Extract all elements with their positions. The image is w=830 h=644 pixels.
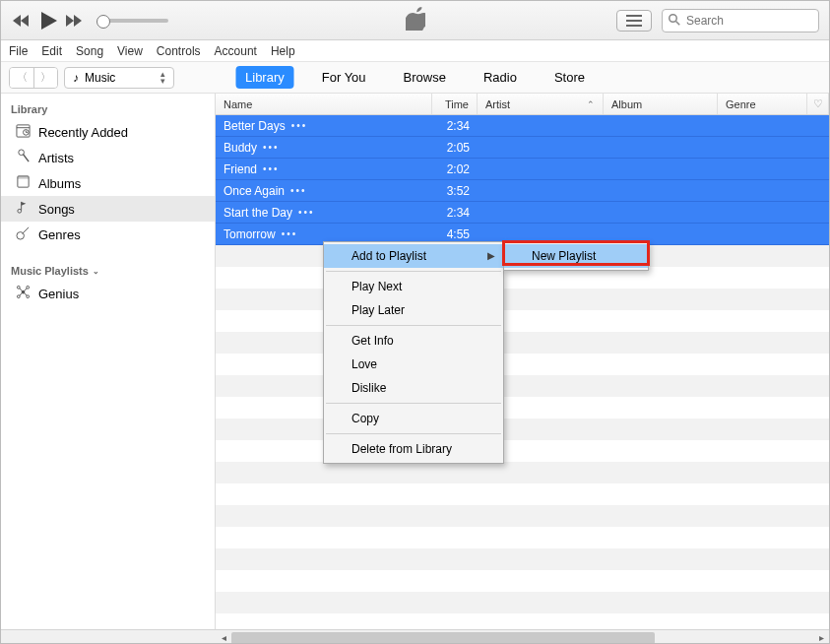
sidebar-item-songs[interactable]: Songs	[1, 196, 215, 222]
ctx-delete[interactable]: Delete from Library	[324, 437, 503, 461]
empty-row	[216, 440, 829, 462]
empty-row	[216, 483, 829, 505]
ctx-dislike[interactable]: Dislike	[324, 376, 503, 400]
menu-controls[interactable]: Controls	[157, 44, 201, 58]
tab-store[interactable]: Store	[544, 66, 595, 89]
back-button[interactable]: 〈	[10, 68, 33, 88]
more-icon[interactable]: •••	[290, 185, 307, 196]
more-icon[interactable]: •••	[263, 142, 280, 153]
horizontal-scrollbar[interactable]: ◂ ▸	[216, 630, 829, 645]
updown-icon: ▴▾	[160, 71, 165, 85]
sidebar-item-genres[interactable]: Genres	[1, 222, 215, 247]
scroll-thumb[interactable]	[231, 632, 655, 644]
sidebar-item-label: Songs	[38, 202, 75, 217]
empty-row	[216, 375, 829, 397]
sidebar-item-label: Albums	[38, 176, 81, 191]
play-button[interactable]	[36, 9, 60, 32]
heart-icon: ♡	[813, 97, 823, 110]
album-icon	[15, 174, 31, 192]
volume-slider[interactable]	[99, 19, 168, 23]
table-row[interactable]: Friend •••2:02	[216, 159, 829, 180]
empty-row	[216, 419, 829, 440]
sidebar-item-label: Genres	[38, 227, 81, 242]
sidebar-item-genius[interactable]: Genius	[1, 281, 215, 306]
sidebar-item-albums[interactable]: Albums	[1, 170, 215, 196]
tab-for-you[interactable]: For You	[312, 66, 376, 89]
ctx-separator	[326, 325, 501, 326]
tab-radio[interactable]: Radio	[474, 66, 527, 89]
more-icon[interactable]: •••	[263, 163, 280, 174]
tab-browse[interactable]: Browse	[394, 66, 456, 89]
search-icon	[669, 12, 680, 30]
guitar-icon	[15, 225, 31, 243]
table-row[interactable]: Buddy •••2:05	[216, 137, 829, 159]
sidebar-item-recently-added[interactable]: Recently Added	[1, 119, 215, 145]
search-input[interactable]	[686, 14, 812, 28]
sidebar-item-artists[interactable]: Artists	[1, 145, 215, 170]
ctx-copy[interactable]: Copy	[324, 407, 503, 430]
table-row[interactable]: Start the Day •••2:34	[216, 202, 829, 224]
nav-bar: 〈 〉 ♪ Music ▴▾ Library For You Browse Ra…	[1, 62, 829, 94]
ctx-play-later[interactable]: Play Later	[324, 298, 503, 322]
menu-file[interactable]: File	[9, 44, 28, 58]
empty-row	[216, 397, 829, 419]
menu-song[interactable]: Song	[76, 44, 103, 58]
menu-help[interactable]: Help	[271, 44, 295, 58]
column-album[interactable]: Album	[604, 94, 718, 114]
empty-row	[216, 548, 829, 570]
table-row[interactable]: Once Again •••3:52	[216, 180, 829, 202]
empty-row	[216, 462, 829, 483]
clock-icon	[15, 123, 31, 141]
ctx-add-to-playlist[interactable]: Add to Playlist ▶	[324, 244, 503, 268]
column-name[interactable]: Name	[216, 94, 432, 114]
music-note-icon: ♪	[73, 71, 79, 85]
forward-button[interactable]: 〉	[33, 68, 57, 88]
song-name: Friend	[223, 162, 257, 176]
menu-bar: File Edit Song View Controls Account Hel…	[1, 40, 829, 62]
column-artist[interactable]: Artist ⌃	[478, 94, 604, 114]
menu-account[interactable]: Account	[215, 44, 257, 58]
column-love[interactable]: ♡	[807, 94, 829, 114]
submenu-arrow-icon: ▶	[487, 250, 495, 261]
scroll-right-arrow[interactable]: ▸	[813, 632, 829, 643]
song-time: 3:52	[432, 184, 478, 198]
apple-logo-icon	[406, 7, 425, 34]
svg-line-20	[24, 289, 27, 291]
submenu-new-playlist[interactable]: New Playlist	[504, 244, 648, 268]
empty-row	[216, 505, 829, 527]
empty-row	[216, 570, 829, 592]
column-genre[interactable]: Genre	[718, 94, 807, 114]
ctx-get-info[interactable]: Get Info	[324, 329, 503, 353]
ctx-separator	[326, 403, 501, 404]
menu-view[interactable]: View	[117, 44, 143, 58]
song-time: 2:05	[432, 141, 478, 155]
context-menu: Add to Playlist ▶ Play Next Play Later G…	[323, 241, 504, 464]
song-list: Name Time Artist ⌃ Album Genre ♡ Better …	[216, 94, 829, 629]
scroll-left-arrow[interactable]: ◂	[216, 632, 231, 643]
sidebar-item-label: Artists	[38, 151, 74, 165]
search-field[interactable]	[662, 9, 819, 32]
previous-track-button[interactable]	[11, 13, 32, 29]
genius-icon	[15, 285, 31, 302]
tab-library[interactable]: Library	[235, 66, 294, 89]
song-time: 2:34	[432, 206, 478, 220]
sort-asc-icon: ⌃	[587, 99, 595, 109]
ctx-play-next[interactable]: Play Next	[324, 275, 503, 298]
table-row[interactable]: Better Days •••2:34	[216, 115, 829, 137]
column-headers: Name Time Artist ⌃ Album Genre ♡	[216, 94, 829, 115]
song-name: Once Again	[223, 184, 285, 198]
source-label: Music	[85, 71, 115, 85]
more-icon[interactable]: •••	[291, 120, 308, 131]
sidebar-playlists-header[interactable]: Music Playlists ⌄	[1, 261, 215, 281]
more-icon[interactable]: •••	[282, 228, 298, 239]
ctx-separator	[326, 433, 501, 434]
ctx-love[interactable]: Love	[324, 353, 503, 376]
source-selector[interactable]: ♪ Music ▴▾	[64, 67, 174, 89]
next-track-button[interactable]	[64, 13, 86, 29]
svg-line-8	[23, 155, 29, 162]
menu-edit[interactable]: Edit	[41, 44, 62, 58]
more-icon[interactable]: •••	[298, 207, 315, 218]
list-view-button[interactable]	[616, 10, 652, 32]
song-icon	[15, 200, 31, 218]
column-time[interactable]: Time	[432, 94, 478, 114]
